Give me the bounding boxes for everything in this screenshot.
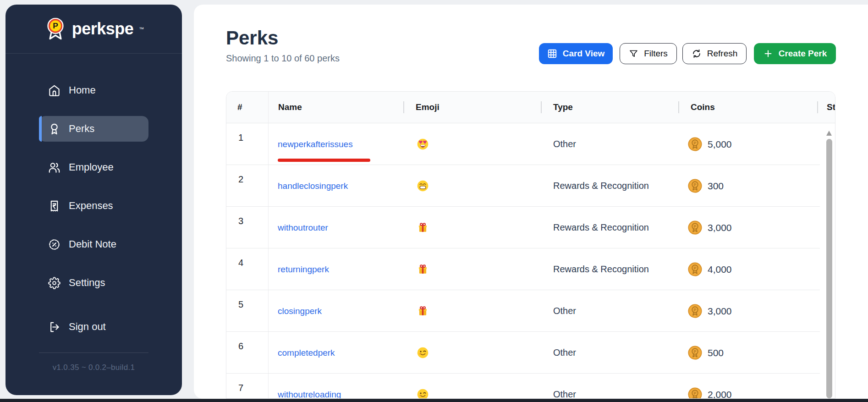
row-number: 1 <box>226 123 268 165</box>
table-row: 5 closingperk Other 3,000 <box>226 290 835 332</box>
refresh-button[interactable]: Refresh <box>682 43 747 64</box>
sidebar-item-label: Home <box>69 84 96 96</box>
logo-text: perkspe <box>72 19 134 39</box>
sidebar-item-label: Perks <box>69 123 94 135</box>
plus-icon <box>763 49 773 59</box>
emoji-cell <box>403 374 541 399</box>
row-number: 4 <box>226 248 268 290</box>
emoji-cell <box>403 123 541 165</box>
table-row: 7 withoutreloading Other 2,000 <box>226 374 835 399</box>
table-row: 4 returningperk Rewards & Recognition 4,… <box>226 248 835 290</box>
type-cell: Other <box>541 290 678 332</box>
results-count-text: Showing 1 to 10 of 60 perks <box>226 53 340 64</box>
coins-cell: 3,000 <box>678 290 814 332</box>
refresh-label: Refresh <box>707 49 738 59</box>
table-row: 2 handleclosingperk Rewards & Recognitio… <box>226 165 835 207</box>
svg-text:P: P <box>53 21 58 30</box>
table-scrollbar[interactable] <box>826 123 833 398</box>
home-icon <box>48 84 60 97</box>
name-cell: closingperk <box>268 290 403 332</box>
sign-out-button[interactable]: Sign out <box>39 314 148 340</box>
coin-amount: 500 <box>708 347 724 358</box>
sign-out-label: Sign out <box>69 321 106 333</box>
sidebar-item-label: Settings <box>69 277 105 289</box>
coin-amount: 4,000 <box>708 264 732 275</box>
table-row: 1 newperkafterissues Other 5,000 <box>226 123 835 165</box>
coins-cell: 3,000 <box>678 207 814 248</box>
coin-icon <box>688 387 702 399</box>
coin-icon <box>688 220 702 235</box>
sidebar-item-label: Employee <box>69 161 114 173</box>
sidebar-item-label: Debit Note <box>69 238 116 250</box>
filter-funnel-icon <box>629 49 638 59</box>
perk-name-link[interactable]: returningperk <box>278 264 329 275</box>
coins-cell: 500 <box>678 332 814 374</box>
coin-icon <box>688 304 702 318</box>
perk-name-link[interactable]: handleclosingperk <box>278 181 348 191</box>
column-header-status: St <box>814 92 835 123</box>
coin-amount: 3,000 <box>708 222 732 233</box>
sidebar-item-employee[interactable]: Employee <box>39 154 148 180</box>
wink-emoji <box>417 388 429 399</box>
sidebar-item-settings[interactable]: Settings <box>39 270 148 296</box>
filters-label: Filters <box>644 49 668 59</box>
type-cell: Other <box>541 374 678 399</box>
name-cell: returningperk <box>268 248 403 290</box>
perk-name-link[interactable]: newperkafterissues <box>278 139 353 149</box>
sidebar-item-home[interactable]: Home <box>39 77 148 103</box>
sidebar-nav: Home Perks Employee <box>5 77 182 340</box>
app-version: v1.0.35 ~ 0.0.2–build.1 <box>5 363 182 372</box>
refresh-icon <box>692 49 702 59</box>
heart-eyes-emoji <box>417 138 429 150</box>
coin-amount: 3,000 <box>708 306 732 317</box>
table-row: 6 completedperk Other 500 <box>226 332 835 374</box>
row-number: 6 <box>226 332 268 374</box>
row-number: 2 <box>226 165 268 207</box>
row-number: 5 <box>226 290 268 332</box>
coin-amount: 2,000 <box>708 389 732 399</box>
name-cell: handleclosingperk <box>268 165 403 207</box>
sidebar-item-label: Expenses <box>69 200 113 212</box>
scrollbar-thumb[interactable] <box>826 139 832 398</box>
page-header: Perks Showing 1 to 10 of 60 perks <box>226 28 340 64</box>
coin-icon <box>688 262 702 276</box>
row-number: 3 <box>226 207 268 248</box>
sidebar-item-expenses[interactable]: Expenses <box>39 193 148 219</box>
grin-emoji <box>417 180 429 192</box>
coins-cell: 5,000 <box>678 123 814 165</box>
row-number: 7 <box>226 374 268 399</box>
sidebar-item-perks[interactable]: Perks <box>39 116 148 142</box>
gear-icon <box>48 277 60 289</box>
perk-name-link[interactable]: closingperk <box>278 306 322 316</box>
grid-icon <box>547 49 557 59</box>
name-cell: withoutreloading <box>268 374 403 399</box>
perks-table: # Name Emoji Type Coins St 1 newperkafte… <box>226 91 835 399</box>
table-header-row: # Name Emoji Type Coins St <box>226 92 835 123</box>
scrollbar-up-arrow[interactable] <box>826 131 832 136</box>
perk-name-link[interactable]: withoutreloading <box>278 390 341 399</box>
sidebar-divider <box>39 352 148 353</box>
filters-button[interactable]: Filters <box>620 43 677 64</box>
people-icon <box>48 161 60 174</box>
gift-emoji <box>417 263 429 275</box>
logo: P perkspe ™ <box>5 5 182 54</box>
coin-amount: 5,000 <box>708 139 732 150</box>
card-view-button[interactable]: Card View <box>539 43 613 64</box>
name-cell: completedperk <box>268 332 403 374</box>
main-content: Perks Showing 1 to 10 of 60 perks Card V… <box>194 5 868 399</box>
medal-icon <box>48 123 60 135</box>
column-header-emoji: Emoji <box>403 92 541 123</box>
emoji-cell <box>403 165 541 207</box>
coin-icon <box>688 137 702 151</box>
wink-emoji <box>417 347 429 359</box>
column-header-name: Name <box>268 92 403 123</box>
coins-cell: 2,000 <box>678 374 814 399</box>
perk-name-link[interactable]: withoutrouter <box>278 223 328 233</box>
column-header-type: Type <box>541 92 678 123</box>
create-perk-button[interactable]: Create Perk <box>754 43 836 64</box>
gift-emoji <box>417 221 429 234</box>
perk-name-link[interactable]: completedperk <box>278 348 335 358</box>
emoji-cell <box>403 248 541 290</box>
sidebar-item-debit-note[interactable]: Debit Note <box>39 231 148 257</box>
gift-emoji <box>417 305 429 317</box>
